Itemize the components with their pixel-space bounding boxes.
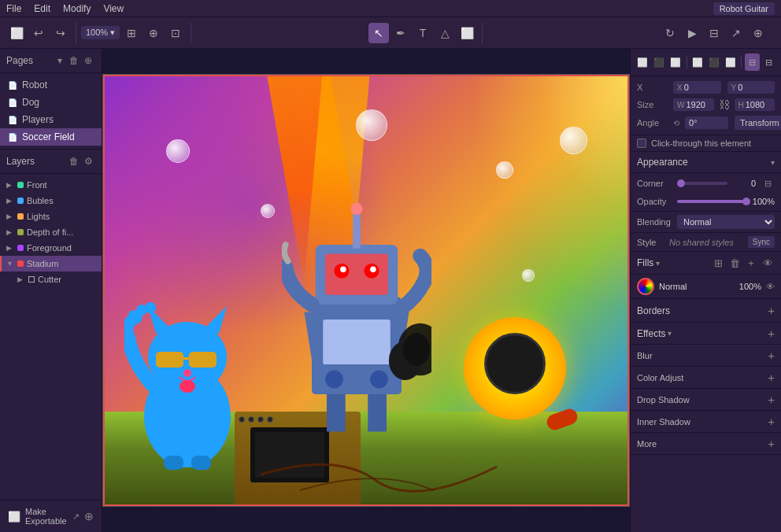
corner-slider-dot[interactable] (677, 179, 685, 187)
select-tool[interactable]: ↖ (368, 23, 389, 43)
position-label: X (637, 83, 670, 92)
link-dimensions-btn[interactable]: ⛓ (717, 98, 731, 112)
pages-add-btn[interactable]: ⊕ (81, 54, 95, 68)
menu-view[interactable]: View (103, 3, 124, 14)
layer-foreground[interactable]: ▶ Foreground (0, 240, 102, 256)
align-right-btn[interactable]: ⬜ (668, 54, 683, 71)
snap-btn[interactable]: ⊡ (165, 23, 186, 43)
align-left-btn[interactable]: ⬜ (635, 54, 650, 71)
effect-color-adjust-add[interactable]: + (768, 371, 775, 384)
w-label: W (677, 101, 684, 109)
size-label: Size (637, 100, 670, 109)
fills-eye-btn[interactable]: 👁 (761, 256, 775, 270)
angle-row: Angle ⟲ 0° Transform (637, 116, 775, 130)
angle-group[interactable]: 0° (685, 116, 728, 129)
redo-btn[interactable]: ↪ (50, 23, 71, 43)
style-sync-btn[interactable]: Sync (748, 236, 775, 248)
effect-inner-shadow-add[interactable]: + (768, 415, 775, 428)
distribute-v-btn[interactable]: ⊟ (761, 54, 776, 71)
canvas-area[interactable] (102, 49, 630, 532)
align-middle-btn[interactable]: ⬛ (706, 54, 721, 71)
position-x-group[interactable]: X 0 (673, 81, 721, 94)
corner-slider[interactable] (677, 182, 727, 185)
blending-select[interactable]: Normal Multiply Screen Overlay (677, 215, 775, 229)
svg-marker-3 (203, 306, 227, 334)
effect-blur-add[interactable]: + (768, 349, 775, 362)
layer-color-foreground (17, 245, 24, 251)
zoom-level[interactable]: 100% ▾ (81, 26, 120, 39)
toolbar: ⬜ ↩ ↪ 100% ▾ ⊞ ⊕ ⊡ ↖ ✒ T △ ⬜ ↻ ▶ ⊟ ↗ ⊕ (0, 17, 781, 49)
layer-chevron-stadium: ▼ (6, 260, 14, 268)
preview-btn[interactable]: ⊟ (704, 23, 724, 43)
menu-edit[interactable]: Edit (34, 3, 50, 14)
layer-bubles[interactable]: ▶ Bubles (0, 193, 102, 209)
layer-front[interactable]: ▶ Front (0, 177, 102, 193)
align-bottom-btn[interactable]: ⬜ (723, 54, 738, 71)
effect-drop-shadow-add[interactable]: + (768, 393, 775, 406)
effect-drop-shadow: Drop Shadow + (631, 389, 781, 411)
opacity-slider[interactable] (677, 200, 746, 203)
opacity-slider-dot[interactable] (742, 198, 750, 205)
file-tools: ⬜ ↩ ↪ (6, 23, 76, 43)
exportable-icon: ⬜ (8, 511, 20, 523)
share-btn[interactable]: ⊕ (748, 23, 768, 43)
arrange-btn[interactable]: ⊕ (143, 23, 164, 43)
rect-tool[interactable]: ⬜ (457, 23, 477, 43)
menu-file[interactable]: File (6, 3, 21, 14)
fills-delete-btn[interactable]: 🗑 (727, 256, 742, 270)
transform-btn[interactable]: Transform (735, 116, 781, 130)
corner-type-btn[interactable]: ⊟ (761, 176, 775, 190)
pages-list: 📄 Robot 📄 Dog 📄 Players 📄 Soccer Field (0, 73, 102, 150)
page-dog[interactable]: 📄 Dog (0, 94, 102, 111)
svg-point-8 (180, 380, 195, 393)
page-label-dog: Dog (22, 97, 39, 108)
bubble-3 (356, 109, 387, 141)
position-y-group[interactable]: Y 0 (727, 81, 775, 94)
page-players[interactable]: 📄 Players (0, 111, 102, 128)
layer-chevron-depth: ▶ (6, 228, 14, 236)
text-tool[interactable]: T (413, 23, 433, 43)
bubble-5 (560, 127, 587, 154)
effect-more-label: More (637, 439, 768, 449)
fill-color-swatch[interactable] (637, 278, 654, 295)
distribute-h-btn[interactable]: ⊟ (745, 54, 760, 71)
height-group[interactable]: H 1080 (735, 98, 775, 111)
page-robot[interactable]: 📄 Robot (0, 76, 102, 94)
fills-grid-btn[interactable]: ⊞ (711, 256, 725, 270)
menu-modify[interactable]: Modify (63, 3, 91, 14)
export-btn[interactable]: ↗ (726, 23, 746, 43)
undo-btn[interactable]: ↩ (28, 23, 49, 43)
refresh-btn[interactable]: ↻ (660, 23, 680, 43)
layer-cutter[interactable]: ▶ Cutter (11, 272, 102, 287)
layer-depth[interactable]: ▶ Depth of fi... (0, 224, 102, 240)
align-center-h-btn[interactable]: ⬛ (652, 54, 667, 71)
effects-add-btn[interactable]: + (768, 327, 775, 340)
cables-svg (103, 404, 629, 506)
fills-arrow: ▾ (656, 259, 660, 268)
play-btn[interactable]: ▶ (682, 23, 702, 43)
page-soccer-field[interactable]: 📄 Soccer Field (0, 128, 102, 146)
click-through-checkbox[interactable] (637, 139, 646, 148)
effect-more-add[interactable]: + (768, 437, 775, 450)
new-btn[interactable]: ⬜ (6, 23, 27, 43)
shape-tool[interactable]: △ (435, 23, 455, 43)
borders-add-btn[interactable]: + (768, 304, 775, 317)
appearance-header[interactable]: Appearance ▾ (631, 152, 781, 173)
layers-options-btn[interactable]: ⚙ (81, 154, 95, 168)
width-group[interactable]: W 1920 (673, 98, 714, 111)
pages-menu-btn[interactable]: ▾ (53, 54, 67, 68)
opacity-fill (677, 200, 746, 203)
layers-list: ▶ Front ▶ Bubles ▶ Lights ▶ Depth of fi.… (0, 174, 102, 500)
layers-delete-btn[interactable]: 🗑 (67, 154, 81, 168)
fills-add-btn[interactable]: + (744, 256, 758, 270)
fit-btn[interactable]: ⊞ (121, 23, 142, 43)
pen-tool[interactable]: ✒ (390, 23, 411, 43)
layer-label-foreground: Foreground (27, 243, 72, 253)
fill-visibility-btn[interactable]: 👁 (766, 282, 775, 291)
layer-stadium[interactable]: ▼ Stadium (0, 256, 102, 272)
y-value: 0 (738, 83, 771, 92)
layer-lights[interactable]: ▶ Lights (0, 209, 102, 224)
align-top-btn[interactable]: ⬜ (690, 54, 705, 71)
pages-delete-btn[interactable]: 🗑 (67, 54, 81, 68)
make-exportable-btn[interactable]: ⬜ Make Exportable ↗ ⊕ (0, 500, 102, 532)
